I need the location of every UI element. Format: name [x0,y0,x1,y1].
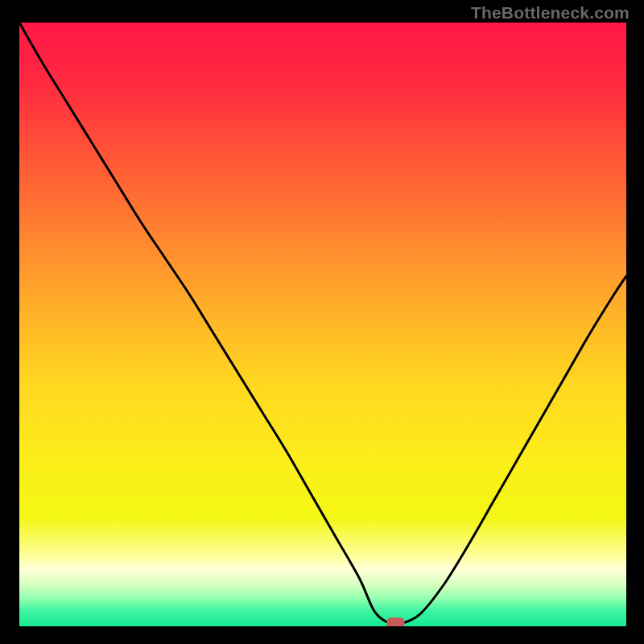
chart-frame: TheBottleneck.com [0,0,644,644]
watermark-text: TheBottleneck.com [471,3,630,23]
gradient-background [19,23,626,626]
bottleneck-chart [19,23,626,626]
optimal-marker [386,617,404,626]
plot-area [19,23,626,626]
